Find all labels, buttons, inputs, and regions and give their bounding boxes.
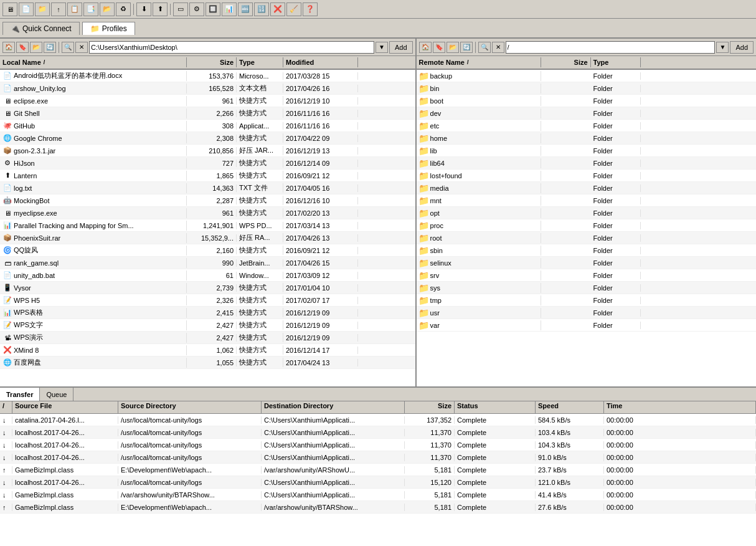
transfer-row[interactable]: ↓ localhost.2017-04-26... /usr/local/tom… xyxy=(0,426,756,439)
toolbar-btn-10[interactable]: ⬆ xyxy=(153,2,168,16)
local-file-row[interactable]: 📝 WPS文字 2,427 快捷方式 2016/12/19 09 xyxy=(0,319,415,332)
local-file-row[interactable]: 🐙 GitHub 308 Applicat... 2016/11/16 16 xyxy=(0,120,415,132)
toolbar-btn-19[interactable]: ❓ xyxy=(303,2,318,16)
toolbar-btn-6[interactable]: 📑 xyxy=(83,2,98,16)
local-file-row[interactable]: 🗃 rank_game.sql 990 JetBrain... 2017/04/… xyxy=(0,257,415,269)
local-file-row[interactable]: 📄 unity_adb.bat 61 Window... 2017/03/09 … xyxy=(0,269,415,282)
toolbar-btn-5[interactable]: 📋 xyxy=(67,2,82,16)
local-file-row[interactable]: 📦 gson-2.3.1.jar 210,856 好压 JAR... 2016/… xyxy=(0,145,415,157)
remote-file-row[interactable]: 📁 sys Folder xyxy=(417,282,756,294)
toolbar-btn-18[interactable]: 🧹 xyxy=(286,2,301,16)
local-file-row[interactable]: 📝 WPS H5 2,326 快捷方式 2017/02/07 17 xyxy=(0,294,415,307)
remote-file-row[interactable]: 📁 bin Folder xyxy=(417,82,756,95)
quick-connect-tab[interactable]: 🔌 Quick Connect xyxy=(2,22,80,35)
local-file-row[interactable]: ❌ XMind 8 1,062 快捷方式 2016/12/14 17 xyxy=(0,344,415,357)
remote-file-row[interactable]: 📁 home Folder xyxy=(417,132,756,145)
remote-file-row[interactable]: 📁 lib64 Folder xyxy=(417,157,756,170)
local-file-row[interactable]: 🌀 QQ旋风 2,160 快捷方式 2016/09/21 12 xyxy=(0,244,415,257)
local-home-btn[interactable]: 🏠 xyxy=(2,42,15,53)
toolbar-btn-2[interactable]: 📄 xyxy=(19,2,34,16)
queue-tab[interactable]: Queue xyxy=(40,388,73,401)
local-file-row[interactable]: 📊 WPS表格 2,415 快捷方式 2016/12/19 09 xyxy=(0,307,415,319)
toolbar-btn-1[interactable]: 🖥 xyxy=(2,2,17,16)
toolbar-btn-9[interactable]: ⬇ xyxy=(136,2,151,16)
local-file-row[interactable]: 📄 log.txt 14,363 TXT 文件 2017/04/05 16 xyxy=(0,182,415,194)
remote-file-row[interactable]: 📁 lost+found Folder xyxy=(417,170,756,182)
toolbar-btn-15[interactable]: 🔤 xyxy=(238,2,253,16)
local-close-btn[interactable]: ✕ xyxy=(75,42,88,53)
local-file-row[interactable]: 🌐 百度网盘 1,055 快捷方式 2017/04/24 13 xyxy=(0,357,415,369)
transfer-tab[interactable]: Transfer xyxy=(0,388,40,401)
remote-file-row[interactable]: 📁 lib Folder xyxy=(417,145,756,157)
remote-home-btn[interactable]: 🏠 xyxy=(419,42,432,53)
toolbar-btn-7[interactable]: 📂 xyxy=(100,2,115,16)
local-file-row[interactable]: ⬆ Lantern 1,865 快捷方式 2016/09/21 12 xyxy=(0,170,415,182)
remote-bookmark-btn[interactable]: 🔖 xyxy=(433,42,445,53)
transfer-row[interactable]: ↓ GameBizImpl.class /var/arshow/unity/BT… xyxy=(0,489,756,501)
toolbar-btn-3[interactable]: 📁 xyxy=(35,2,50,16)
remote-col-name[interactable]: Remote Name / xyxy=(417,57,541,67)
remote-file-row[interactable]: 📁 backup Folder xyxy=(417,70,756,82)
local-col-size[interactable]: Size xyxy=(187,57,237,67)
remote-file-row[interactable]: 📁 selinux Folder xyxy=(417,257,756,269)
local-file-row[interactable]: 📦 PhoenixSuit.rar 15,352,9... 好压 RA... 2… xyxy=(0,232,415,244)
remote-path-input[interactable] xyxy=(506,41,716,54)
remote-file-row[interactable]: 📁 media Folder xyxy=(417,182,756,194)
local-file-row[interactable]: 📱 Vysor 2,739 快捷方式 2017/01/04 10 xyxy=(0,282,415,294)
remote-close-btn[interactable]: ✕ xyxy=(492,42,504,53)
remote-path-dropdown[interactable]: ▼ xyxy=(716,42,729,53)
local-file-row[interactable]: 🤖 MockingBot 2,287 快捷方式 2016/12/16 10 xyxy=(0,194,415,207)
local-col-type[interactable]: Type xyxy=(237,57,283,67)
remote-file-row[interactable]: 📁 srv Folder xyxy=(417,269,756,282)
remote-col-type[interactable]: Type xyxy=(591,57,641,67)
local-col-modified[interactable]: Modified xyxy=(283,57,358,67)
transfer-row[interactable]: ↓ catalina.2017-04-26.l... /usr/local/to… xyxy=(0,414,756,426)
remote-file-row[interactable]: 📁 root Folder xyxy=(417,232,756,244)
local-file-row[interactable]: 🖥 eclipse.exe 961 快捷方式 2016/12/19 10 xyxy=(0,95,415,107)
remote-refresh-btn[interactable]: 🔄 xyxy=(460,42,473,53)
toolbar-btn-16[interactable]: 🔢 xyxy=(254,2,269,16)
local-file-row[interactable]: 🌐 Google Chrome 2,308 快捷方式 2017/04/22 09 xyxy=(0,132,415,145)
local-path-dropdown[interactable]: ▼ xyxy=(376,42,388,53)
transfer-row[interactable]: ↑ GameBizImpl.class E:\Development\Web\a… xyxy=(0,501,756,514)
local-file-row[interactable]: 📄 arshow_Unity.log 165,528 文本文档 2017/04/… xyxy=(0,82,415,95)
remote-file-row[interactable]: 📁 dev Folder xyxy=(417,107,756,120)
remote-file-row[interactable]: 📁 proc Folder xyxy=(417,219,756,232)
local-file-row[interactable]: 🖥 Git Shell 2,266 快捷方式 2016/11/16 16 xyxy=(0,107,415,120)
remote-folder-btn[interactable]: 📂 xyxy=(447,42,459,53)
remote-file-row[interactable]: 📁 tmp Folder xyxy=(417,294,756,307)
local-file-row[interactable]: 📽 WPS演示 2,427 快捷方式 2016/12/19 09 xyxy=(0,332,415,344)
remote-file-row[interactable]: 📁 opt Folder xyxy=(417,207,756,219)
local-file-row[interactable]: ⚙ HiJson 727 快捷方式 2016/12/14 09 xyxy=(0,157,415,170)
toolbar-btn-11[interactable]: ▭ xyxy=(173,2,188,16)
local-file-row[interactable]: 🖥 myeclipse.exe 961 快捷方式 2017/02/20 13 xyxy=(0,207,415,219)
local-add-button[interactable]: Add xyxy=(389,41,413,54)
transfer-row[interactable]: ↑ GameBizImpl.class E:\Development\Web\a… xyxy=(0,464,756,476)
toolbar-btn-8[interactable]: ♻ xyxy=(116,2,131,16)
remote-file-row[interactable]: 📁 boot Folder xyxy=(417,95,756,107)
local-filter-btn[interactable]: 🔍 xyxy=(62,42,74,53)
local-path-input[interactable] xyxy=(89,41,374,54)
transfer-row[interactable]: ↓ localhost.2017-04-26... /usr/local/tom… xyxy=(0,439,756,451)
remote-file-row[interactable]: 📁 sbin Folder xyxy=(417,244,756,257)
local-folder-btn[interactable]: 📂 xyxy=(30,42,42,53)
toolbar-btn-13[interactable]: 🔲 xyxy=(206,2,220,16)
remote-file-row[interactable]: 📁 usr Folder xyxy=(417,307,756,319)
local-bookmark-btn[interactable]: 🔖 xyxy=(16,42,29,53)
remote-file-row[interactable]: 📁 mnt Folder xyxy=(417,194,756,207)
local-file-row[interactable]: 📊 Parallel Tracking and Mapping for Sm..… xyxy=(0,219,415,232)
profiles-tab[interactable]: 📁 Profiles xyxy=(82,22,135,35)
transfer-row[interactable]: ↓ localhost.2017-04-26... /usr/local/tom… xyxy=(0,476,756,489)
remote-file-row[interactable]: 📁 var Folder xyxy=(417,319,756,332)
local-col-name[interactable]: Local Name / xyxy=(0,57,187,67)
local-refresh-btn[interactable]: 🔄 xyxy=(44,42,56,53)
toolbar-btn-17[interactable]: ❌ xyxy=(270,2,285,16)
transfer-row[interactable]: ↓ localhost.2017-04-26... /usr/local/tom… xyxy=(0,451,756,464)
remote-add-button[interactable]: Add xyxy=(730,41,754,54)
toolbar-btn-14[interactable]: 📊 xyxy=(222,2,237,16)
toolbar-btn-12[interactable]: ⚙ xyxy=(189,2,204,16)
remote-filter-btn[interactable]: 🔍 xyxy=(478,42,491,53)
remote-col-size[interactable]: Size xyxy=(541,57,591,67)
remote-file-row[interactable]: 📁 etc Folder xyxy=(417,120,756,132)
toolbar-btn-4[interactable]: ↑ xyxy=(51,2,66,16)
